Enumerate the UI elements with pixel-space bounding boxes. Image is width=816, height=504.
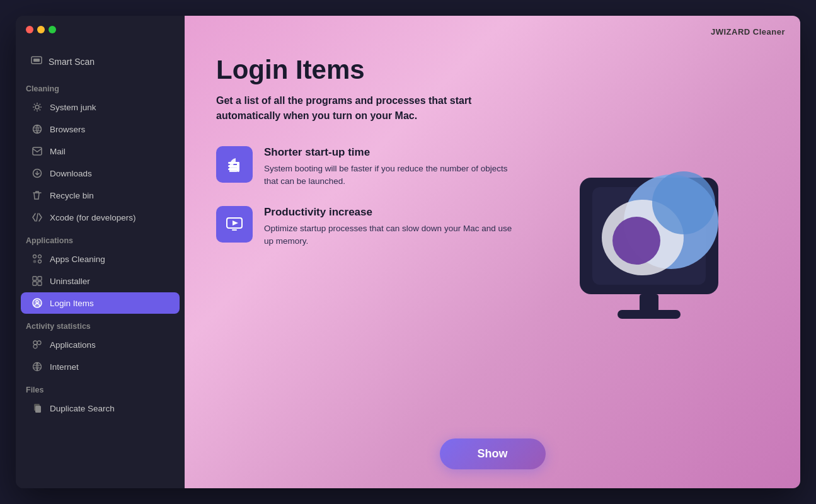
gear-icon — [31, 101, 43, 113]
duplicate-search-label: Duplicate Search — [50, 404, 115, 413]
feature-2-description: Optimize startup processes that can slow… — [264, 222, 516, 248]
svg-point-6 — [33, 255, 37, 258]
section-label-applications: Applications — [16, 229, 185, 248]
apps-cleaning-label: Apps Cleaning — [50, 255, 105, 264]
apps-icon — [31, 253, 43, 265]
svg-rect-35 — [640, 294, 658, 312]
mail-label: Mail — [50, 147, 66, 156]
sidebar-item-duplicate-search[interactable]: Duplicate Search — [21, 398, 180, 419]
globe-icon — [31, 360, 43, 373]
downloads-label: Downloads — [50, 169, 92, 178]
sidebar-item-smart-scan[interactable]: Smart Scan — [21, 49, 180, 74]
svg-point-16 — [33, 341, 37, 345]
sidebar-item-login-items[interactable]: Login Items — [21, 292, 180, 314]
main-footer: Show — [185, 438, 800, 488]
system-junk-label: System junk — [50, 103, 96, 112]
app-name: JWIZARD Cleaner — [711, 27, 785, 37]
content-right — [542, 55, 769, 420]
sidebar-item-xcode[interactable]: Xcode (for developers) — [21, 207, 180, 228]
svg-rect-4 — [33, 147, 42, 155]
sidebar-item-mail[interactable]: Mail — [21, 140, 180, 162]
sidebar-item-recycle-bin[interactable]: Recycle bin — [21, 185, 180, 206]
smart-scan-icon — [31, 55, 42, 68]
section-label-cleaning: Cleaning — [16, 77, 185, 96]
illustration — [561, 140, 750, 335]
login-icon — [31, 297, 43, 309]
svg-rect-10 — [33, 277, 37, 280]
uninstaller-label: Uninstaller — [50, 277, 90, 286]
thumbs-up-icon — [216, 146, 253, 183]
section-label-activity: Activity statistics — [16, 314, 185, 333]
content-left: Login Items Get a list of all the progra… — [216, 55, 523, 420]
svg-rect-1 — [33, 59, 40, 62]
duplicate-icon — [31, 402, 43, 415]
section-label-files: Files — [16, 378, 185, 397]
apps2-icon — [31, 338, 43, 351]
browsers-label: Browsers — [50, 125, 85, 134]
sidebar-nav: Smart Scan Cleaning System junk Browsers — [16, 41, 185, 488]
close-button[interactable] — [26, 26, 33, 33]
svg-rect-28 — [232, 229, 237, 231]
internet-label: Internet — [50, 362, 79, 372]
sidebar-item-apps-cleaning[interactable]: Apps Cleaning — [21, 248, 180, 270]
svg-rect-21 — [35, 406, 41, 413]
svg-rect-12 — [33, 282, 37, 285]
login-items-label: Login Items — [50, 299, 94, 308]
svg-rect-36 — [618, 310, 681, 319]
sidebar-item-browsers[interactable]: Browsers — [21, 118, 180, 140]
svg-point-2 — [35, 105, 39, 109]
recycle-bin-label: Recycle bin — [50, 191, 94, 200]
trash-icon — [31, 189, 43, 202]
main-content: JWIZARD Cleaner Login Items Get a list o… — [185, 16, 800, 488]
smart-scan-label: Smart Scan — [49, 57, 95, 67]
play-icon — [216, 206, 253, 243]
app-window: Smart Scan Cleaning System junk Browsers — [16, 16, 800, 488]
sidebar: Smart Scan Cleaning System junk Browsers — [16, 16, 185, 488]
traffic-lights — [26, 26, 56, 33]
titlebar — [16, 16, 185, 41]
browser-icon — [31, 123, 43, 135]
applications-stats-label: Applications — [50, 340, 96, 350]
svg-point-3 — [33, 125, 42, 134]
feature-productivity: Productivity increase Optimize startup p… — [216, 206, 523, 248]
svg-rect-11 — [38, 277, 42, 280]
feature-2-title: Productivity increase — [264, 206, 516, 219]
sidebar-item-system-junk[interactable]: System junk — [21, 96, 180, 118]
svg-point-18 — [33, 345, 37, 348]
grid-icon — [31, 275, 43, 287]
maximize-button[interactable] — [49, 26, 56, 33]
sidebar-item-uninstaller[interactable]: Uninstaller — [21, 270, 180, 292]
sidebar-item-downloads[interactable]: Downloads — [21, 163, 180, 184]
feature-1-title: Shorter start-up time — [264, 146, 516, 159]
feature-1-description: System booting will be faster if you red… — [264, 163, 516, 188]
code-icon — [31, 211, 43, 224]
svg-point-17 — [37, 341, 41, 345]
sidebar-item-internet[interactable]: Internet — [21, 356, 180, 377]
svg-point-33 — [612, 217, 660, 265]
svg-point-8 — [33, 260, 37, 263]
xcode-label: Xcode (for developers) — [50, 213, 136, 222]
svg-rect-25 — [237, 162, 239, 172]
sidebar-item-applications-stats[interactable]: Applications — [21, 334, 180, 355]
feature-shorter-startup: Shorter start-up time System booting wil… — [216, 146, 523, 188]
svg-point-34 — [652, 171, 715, 234]
show-button[interactable]: Show — [440, 438, 546, 469]
svg-point-9 — [38, 260, 42, 263]
svg-rect-13 — [38, 282, 42, 285]
main-body: Login Items Get a list of all the progra… — [185, 37, 800, 438]
download-icon — [31, 167, 43, 180]
main-header: JWIZARD Cleaner — [185, 16, 800, 37]
mail-icon — [31, 145, 43, 158]
page-title: Login Items — [216, 55, 523, 84]
minimize-button[interactable] — [37, 26, 45, 33]
feature-2-text: Productivity increase Optimize startup p… — [264, 206, 516, 248]
feature-1-text: Shorter start-up time System booting wil… — [264, 146, 516, 188]
svg-point-7 — [38, 255, 42, 258]
page-subtitle: Get a list of all the programs and proce… — [216, 93, 519, 123]
svg-marker-27 — [233, 220, 238, 226]
